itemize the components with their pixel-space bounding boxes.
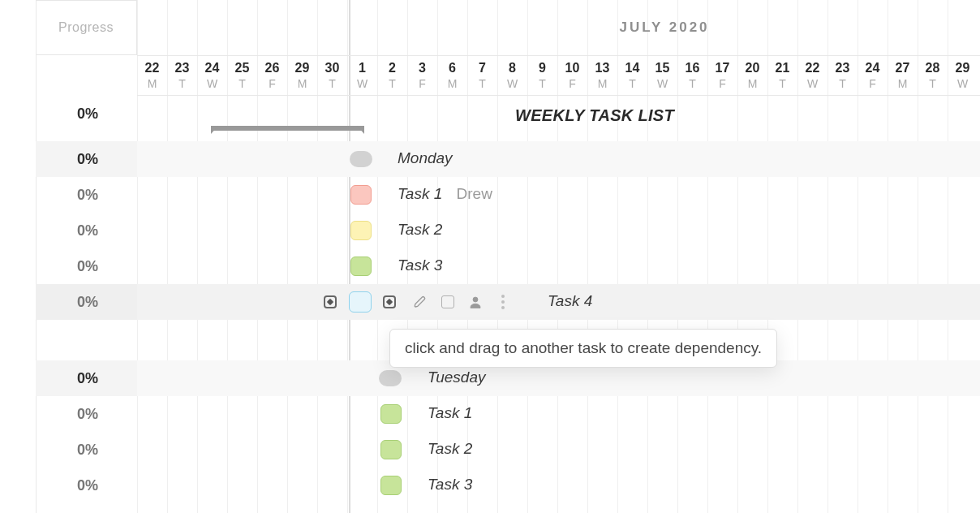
day-number: 20 — [737, 61, 767, 75]
progress-cell: 0% — [36, 213, 137, 248]
day-of-week: T — [467, 77, 497, 90]
pencil-icon — [413, 295, 428, 309]
task-row[interactable]: Task 2 — [137, 213, 980, 248]
day-column[interactable]: 23T — [167, 56, 197, 95]
task-label: Task 4 — [548, 292, 592, 310]
day-number: 25 — [227, 61, 257, 75]
day-column[interactable]: 13M — [587, 56, 617, 95]
day-number: 17 — [707, 61, 737, 75]
day-column[interactable]: 22W — [797, 56, 827, 95]
day-number: 24 — [858, 61, 888, 75]
day-of-week: F — [707, 77, 737, 90]
task-row-selected[interactable]: Task 4 — [137, 284, 980, 320]
task-row[interactable]: Task 2 — [137, 432, 980, 468]
day-of-week: T — [317, 77, 347, 90]
group-pill-icon — [350, 151, 372, 167]
task-label: Task 3 — [398, 256, 442, 274]
day-of-week: M — [587, 77, 617, 90]
progress-cell: 0% — [36, 360, 137, 396]
gantt-view: Progress 0%0%0%0%0%0%0%0%0%0% JULY 2020 … — [0, 0, 980, 513]
task-color-swatch — [380, 404, 402, 424]
dependency-tooltip: click and drag to another task to create… — [389, 329, 777, 368]
day-column[interactable]: 1W — [347, 56, 377, 95]
day-column[interactable]: 14T — [617, 56, 647, 95]
day-number: 14 — [617, 61, 647, 75]
color-button[interactable] — [434, 290, 462, 314]
day-column[interactable]: 21T — [767, 56, 797, 95]
day-number: 6 — [437, 61, 467, 75]
day-of-week: M — [437, 77, 467, 90]
day-column[interactable]: 8W — [497, 56, 527, 95]
progress-cell: 0% — [36, 284, 137, 320]
dependency-handle-right[interactable] — [383, 295, 396, 308]
day-column[interactable]: 27M — [888, 56, 918, 95]
group-header-label: Monday — [398, 149, 453, 167]
day-column[interactable]: 20M — [737, 56, 767, 95]
edit-button[interactable] — [406, 290, 434, 314]
day-number: 26 — [257, 61, 287, 75]
day-of-week: T — [167, 77, 197, 90]
task-row[interactable]: Task 1 — [137, 396, 980, 432]
day-number: 15 — [647, 61, 677, 75]
day-column[interactable]: 9T — [527, 56, 557, 95]
day-column[interactable]: 7T — [467, 56, 497, 95]
task-color-swatch — [350, 256, 372, 276]
day-of-week: M — [888, 77, 918, 90]
day-number: 23 — [167, 61, 197, 75]
day-column[interactable]: 26F — [257, 56, 287, 95]
day-number: 1 — [347, 61, 377, 75]
task-name: Task 1 — [398, 185, 442, 202]
day-column[interactable]: 15W — [647, 56, 677, 95]
day-column[interactable]: 29M — [287, 56, 317, 95]
day-column[interactable]: 29W — [948, 56, 978, 95]
task-row[interactable]: Task 3 — [137, 248, 980, 284]
day-number: 3 — [407, 61, 437, 75]
day-of-week: W — [948, 77, 978, 90]
assign-button[interactable] — [462, 290, 489, 314]
day-column[interactable]: 16T — [677, 56, 707, 95]
more-button[interactable] — [489, 290, 517, 314]
day-of-week: F — [557, 77, 587, 90]
day-of-week: W — [497, 77, 527, 90]
day-column[interactable]: 10F — [557, 56, 587, 95]
plan-range-bar[interactable] — [212, 126, 363, 131]
day-column[interactable]: 2T — [377, 56, 407, 95]
day-column[interactable]: 3F — [407, 56, 437, 95]
day-number: 8 — [497, 61, 527, 75]
progress-cell: 0% — [36, 177, 137, 213]
color-swatch-icon — [441, 295, 454, 308]
task-row[interactable]: Task 1 Drew — [137, 177, 980, 213]
person-icon — [468, 295, 483, 309]
day-number: 13 — [587, 61, 617, 75]
progress-gutter: Progress 0%0%0%0%0%0%0%0%0%0% — [0, 0, 137, 513]
day-column[interactable]: 30T — [317, 56, 347, 95]
day-column[interactable]: 25T — [227, 56, 257, 95]
day-of-week: F — [407, 77, 437, 90]
day-of-week: W — [647, 77, 677, 90]
day-number: 16 — [677, 61, 707, 75]
day-of-week: W — [347, 77, 377, 90]
day-number: 2 — [377, 61, 407, 75]
day-column[interactable]: 23T — [827, 56, 858, 95]
group-header-row[interactable]: Monday — [137, 141, 980, 177]
day-column[interactable]: 24F — [858, 56, 888, 95]
day-column[interactable]: 24W — [197, 56, 227, 95]
day-column[interactable]: 28T — [918, 56, 948, 95]
day-of-week: T — [767, 77, 797, 90]
day-of-week: T — [617, 77, 647, 90]
progress-cell: 0% — [36, 432, 137, 468]
day-number: 22 — [797, 61, 827, 75]
day-of-week: T — [377, 77, 407, 90]
day-column[interactable]: 17F — [707, 56, 737, 95]
task-color-swatch[interactable] — [349, 291, 372, 313]
day-column[interactable]: 22M — [137, 56, 167, 95]
task-row[interactable]: Task 3 — [137, 468, 980, 503]
task-color-swatch — [350, 185, 372, 205]
day-number: 29 — [287, 61, 317, 75]
gantt-rows: Monday Task 1 Drew Task 2 Task 3 — [137, 96, 980, 513]
dependency-handle-left[interactable] — [324, 295, 337, 308]
day-header: 22M23T24W25T26F29M30T1W2T3F6M7T8W9T10F13… — [137, 55, 980, 96]
day-column[interactable]: 6M — [437, 56, 467, 95]
day-of-week: T — [227, 77, 257, 90]
progress-cell: 0% — [36, 248, 137, 284]
